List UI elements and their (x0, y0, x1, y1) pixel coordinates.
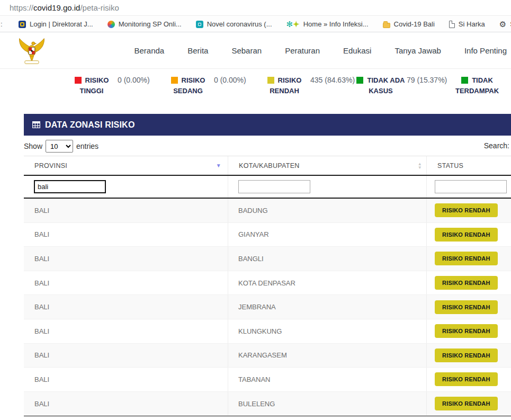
url-scheme: https:// (10, 3, 33, 12)
legend-value: 79 (15.37%) (407, 76, 447, 84)
cell-provinsi: BALI (24, 368, 228, 391)
table-controls: Show 10 entries Search: (24, 140, 511, 154)
login-app-icon (19, 21, 26, 28)
folder-icon (383, 23, 390, 28)
status-badge[interactable]: RISIKO RENDAH (435, 397, 498, 410)
url-domain: covid19.go.id (33, 3, 80, 12)
table-bottom-border (24, 416, 511, 416)
bookmark-label: Login | Direktorat J... (30, 20, 93, 28)
gear-icon: ⚙ (499, 21, 506, 28)
cell-kota: KOTA DENPASAR (228, 271, 426, 295)
cell-provinsi: BALI (24, 344, 228, 368)
cell-provinsi: BALI (24, 271, 228, 295)
legend-label: RISIKO TINGGI (80, 76, 109, 95)
status-badge[interactable]: RISIKO RENDAH (435, 348, 498, 362)
entries-label: entries (76, 142, 98, 150)
legend-value: 435 (84.63%) (310, 76, 355, 84)
green-swatch (356, 77, 363, 84)
sort-desc-icon: ▼ (216, 163, 221, 168)
bookmark-info-infeksi[interactable]: ✻✦ Home » Info Infeksi... (286, 20, 369, 28)
legend-risiko-rendah: RISIKO RENDAH 435 (84.63%) (257, 75, 354, 96)
entries-select[interactable]: 10 (46, 140, 73, 153)
status-badge[interactable]: RISIKO RENDAH (435, 228, 498, 242)
risk-legend: RISIKO TINGGI 0 (0.00%) RISIKO SEDANG 0 … (65, 75, 511, 96)
green-swatch (461, 77, 468, 84)
garuda-logo[interactable] (17, 35, 47, 66)
sort-both-icon: ▲▼ (418, 162, 422, 169)
cell-provinsi: BALI (24, 199, 228, 222)
orange-swatch (171, 77, 178, 84)
column-header-kota[interactable]: KOTA/KABUPATEN ▲▼ (228, 156, 426, 175)
cell-kota: GIANYAR (228, 223, 426, 247)
monitoring-icon (107, 21, 115, 28)
legend-value: 0 (0.00%) (214, 76, 246, 84)
table-grid-icon (32, 121, 40, 128)
browser-window: https://covid19.go.id/peta-risiko : Logi… (0, 0, 511, 420)
table-filter-row (24, 176, 511, 199)
bookmark-label: Covid-19 Bali (394, 20, 435, 28)
cell-provinsi: BALI (24, 392, 228, 416)
nav-berita[interactable]: Berita (187, 46, 208, 55)
filter-input-status[interactable] (435, 180, 507, 193)
bookmark-si-harka[interactable]: Si Harka (449, 20, 485, 28)
filter-input-provinsi[interactable] (34, 180, 106, 193)
column-header-status[interactable]: STATUS (426, 156, 511, 175)
status-badge[interactable]: RISIKO RENDAH (435, 324, 498, 338)
clipped-bookmark-text: : (1, 20, 3, 28)
legend-tidak-terdampak: TIDAK TERDAMPAK (450, 75, 511, 96)
page-icon (449, 21, 455, 28)
cell-kota: BANGLI (228, 247, 426, 271)
status-badge[interactable]: RISIKO RENDAH (435, 300, 498, 314)
status-badge[interactable]: RISIKO RENDAH (435, 203, 498, 217)
pinwheel-icon: ✻✦ (286, 21, 300, 28)
url-bar[interactable]: https://covid19.go.id/peta-risiko (0, 0, 511, 16)
bookmark-login[interactable]: Login | Direktorat J... (19, 20, 93, 28)
cell-provinsi: BALI (24, 319, 228, 343)
panel-title: DATA ZONASI RISIKO (45, 120, 135, 130)
main-nav: Beranda Berita Sebaran Peraturan Edukasi… (135, 32, 507, 69)
cell-kota: JEMBRANA (228, 295, 426, 319)
nav-tanya-jawab[interactable]: Tanya Jawab (395, 46, 441, 55)
bookmark-label: Novel coronavirus (... (207, 20, 272, 28)
cell-kota: KARANGASEM (228, 344, 426, 368)
cell-kota: BULELENG (228, 392, 426, 416)
zonasi-table: PROVINSI ▼ KOTA/KABUPATEN ▲▼ STATUS BALI… (24, 156, 511, 416)
bookmark-settings[interactable]: ⚙ Settings (499, 20, 511, 28)
length-control: Show 10 entries (24, 140, 511, 153)
nav-info-penting[interactable]: Info Penting (464, 46, 507, 55)
cell-provinsi: BALI (24, 295, 228, 319)
bookmark-coronavirus[interactable]: Novel coronavirus (... (196, 20, 272, 28)
show-label: Show (24, 142, 42, 150)
table-row: BALI JEMBRANA RISIKO RENDAH (24, 295, 511, 319)
status-badge[interactable]: RISIKO RENDAH (435, 372, 498, 386)
bookmark-monitoring[interactable]: Monitoring SP Onli... (107, 20, 182, 28)
nav-beranda[interactable]: Beranda (135, 46, 165, 55)
column-header-provinsi[interactable]: PROVINSI ▼ (24, 156, 228, 175)
site-header: Beranda Berita Sebaran Peraturan Edukasi… (0, 32, 511, 69)
table-row: BALI KARANGASEM RISIKO RENDAH (24, 344, 511, 368)
bookmark-covid19-bali[interactable]: Covid-19 Bali (383, 20, 435, 28)
panel-title-bar: DATA ZONASI RISIKO (24, 114, 511, 136)
status-badge[interactable]: RISIKO RENDAH (435, 276, 498, 290)
nav-edukasi[interactable]: Edukasi (343, 46, 371, 55)
nav-peraturan[interactable]: Peraturan (285, 46, 320, 55)
bookmark-label: Si Harka (459, 20, 485, 28)
legend-risiko-sedang: RISIKO SEDANG 0 (0.00%) (161, 75, 257, 96)
nav-sebaran[interactable]: Sebaran (231, 46, 262, 55)
legend-label: RISIKO RENDAH (270, 76, 301, 95)
filter-input-kota[interactable] (238, 180, 310, 193)
cell-kota: TABANAN (228, 368, 426, 391)
status-badge[interactable]: RISIKO RENDAH (435, 252, 498, 265)
table-row: BALI BULELENG RISIKO RENDAH (24, 392, 511, 416)
table-row: BALI KOTA DENPASAR RISIKO RENDAH (24, 271, 511, 296)
search-label: Search: (484, 141, 509, 150)
cell-provinsi: BALI (24, 247, 228, 271)
table-header-row: PROVINSI ▼ KOTA/KABUPATEN ▲▼ STATUS (24, 156, 511, 176)
cell-kota: BADUNG (228, 199, 426, 222)
bookmark-label: Home » Info Infeksi... (303, 20, 369, 28)
legend-tidak-ada-kasus: TIDAK ADA KASUS 79 (15.37%) (354, 75, 450, 96)
table-row: BALI TABANAN RISIKO RENDAH (24, 368, 511, 392)
red-swatch (75, 77, 82, 84)
legend-value: 0 (0.00%) (118, 76, 150, 84)
legend-label: RISIKO SEDANG (173, 76, 205, 95)
